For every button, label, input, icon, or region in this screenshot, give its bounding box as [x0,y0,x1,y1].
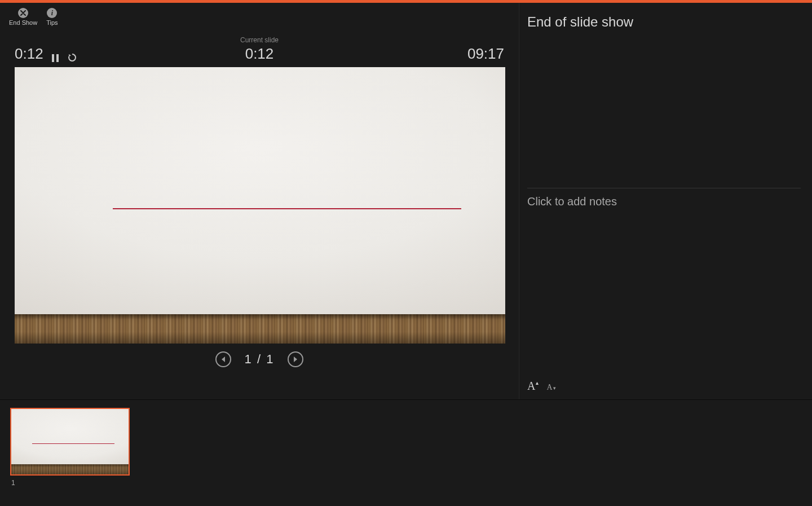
previous-slide-button[interactable] [215,351,231,367]
slide-floor [15,314,505,344]
thumb-floor [11,464,129,474]
slide-counter: 1 / 1 [245,352,275,367]
current-slide-preview [15,67,505,344]
slide-red-line [113,208,461,209]
elapsed-timer: 0:12 [15,45,43,63]
decrease-font-button[interactable]: A [546,383,555,392]
svg-rect-1 [56,54,59,62]
pause-button[interactable] [51,54,59,63]
slide-navigation: 1 / 1 [0,351,519,367]
slide-thumbnail[interactable] [10,408,130,476]
thumb-redline [32,443,114,444]
reset-button[interactable] [67,52,77,63]
current-slide-label: Current slide [240,36,279,44]
notes-font-controls: A A [527,380,556,393]
current-slide-timer: 0:12 [240,45,279,63]
next-slide-button[interactable] [288,351,303,367]
notes-input[interactable]: Click to add notes [527,195,801,208]
current-slide-timer-group: Current slide 0:12 [240,36,279,63]
current-slide-column: 0:12 Current slide 0:12 09:17 1 / 1 [0,3,519,399]
thumbnail-index: 1 [11,479,802,487]
increase-font-button[interactable]: A [527,380,539,393]
slide-background-wall [15,67,505,344]
timer-row: 0:12 Current slide 0:12 09:17 [0,36,519,67]
presenter-view: End Show Tips 0:12 Current slide 0:12 09… [0,3,812,399]
svg-rect-0 [52,54,54,62]
clock-time: 09:17 [467,45,504,63]
next-slide-title: End of slide show [527,14,801,30]
thumbnail-strip: 1 [0,399,812,506]
next-slide-panel: End of slide show Click to add notes A A [519,3,812,399]
notes-divider [527,188,801,188]
